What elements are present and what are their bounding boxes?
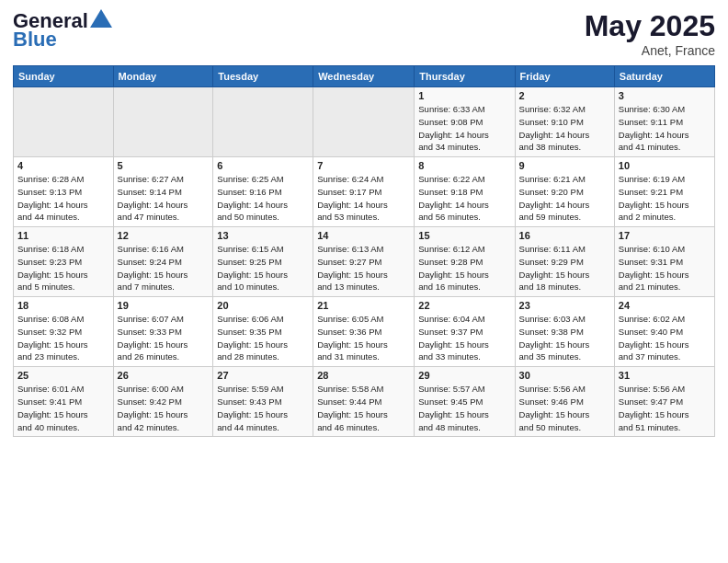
day-number: 9: [519, 160, 610, 171]
calendar-cell: [313, 87, 415, 157]
cell-info: Sunrise: 6:07 AM Sunset: 9:33 PM Dayligh…: [118, 313, 210, 363]
cell-info: Sunrise: 6:03 AM Sunset: 9:38 PM Dayligh…: [519, 313, 610, 363]
day-number: 18: [17, 300, 109, 311]
calendar-cell: 27Sunrise: 5:59 AM Sunset: 9:43 PM Dayli…: [213, 367, 313, 437]
day-number: 14: [317, 230, 410, 241]
cell-info: Sunrise: 6:10 AM Sunset: 9:31 PM Dayligh…: [619, 243, 711, 293]
calendar-cell: 24Sunrise: 6:02 AM Sunset: 9:40 PM Dayli…: [614, 297, 714, 367]
calendar-week-1: 4Sunrise: 6:28 AM Sunset: 9:13 PM Daylig…: [14, 157, 715, 227]
calendar-cell: 16Sunrise: 6:11 AM Sunset: 9:29 PM Dayli…: [515, 227, 614, 297]
header: General Blue May 2025 Anet, France: [13, 9, 715, 58]
day-number: 23: [519, 300, 610, 311]
cell-info: Sunrise: 6:12 AM Sunset: 9:28 PM Dayligh…: [418, 243, 510, 293]
day-number: 25: [17, 370, 109, 381]
day-number: 11: [17, 230, 109, 241]
cell-info: Sunrise: 6:25 AM Sunset: 9:16 PM Dayligh…: [217, 173, 309, 224]
location-subtitle: Anet, France: [585, 43, 715, 58]
cell-info: Sunrise: 6:04 AM Sunset: 9:37 PM Dayligh…: [418, 313, 510, 363]
calendar-cell: 22Sunrise: 6:04 AM Sunset: 9:37 PM Dayli…: [415, 297, 515, 367]
calendar-cell: 13Sunrise: 6:15 AM Sunset: 9:25 PM Dayli…: [213, 227, 313, 297]
day-number: 17: [619, 230, 711, 241]
calendar-week-2: 11Sunrise: 6:18 AM Sunset: 9:23 PM Dayli…: [14, 227, 715, 297]
day-number: 24: [619, 300, 711, 311]
calendar-cell: 21Sunrise: 6:05 AM Sunset: 9:36 PM Dayli…: [313, 297, 415, 367]
calendar-cell: [213, 87, 313, 157]
day-number: 3: [619, 90, 711, 101]
calendar-cell: 9Sunrise: 6:21 AM Sunset: 9:20 PM Daylig…: [515, 157, 614, 227]
day-number: 7: [317, 160, 410, 171]
col-header-sunday: Sunday: [14, 66, 114, 87]
cell-info: Sunrise: 6:02 AM Sunset: 9:40 PM Dayligh…: [619, 313, 711, 363]
day-number: 27: [217, 370, 309, 381]
calendar-cell: 1Sunrise: 6:33 AM Sunset: 9:08 PM Daylig…: [415, 87, 515, 157]
cell-info: Sunrise: 6:24 AM Sunset: 9:17 PM Dayligh…: [317, 173, 410, 224]
day-number: 15: [418, 230, 510, 241]
day-number: 2: [519, 90, 610, 101]
col-header-saturday: Saturday: [614, 66, 714, 87]
calendar-table: SundayMondayTuesdayWednesdayThursdayFrid…: [13, 65, 715, 437]
cell-info: Sunrise: 6:15 AM Sunset: 9:25 PM Dayligh…: [217, 243, 309, 293]
cell-info: Sunrise: 6:05 AM Sunset: 9:36 PM Dayligh…: [317, 313, 410, 363]
logo-arrow-icon: [90, 9, 112, 28]
calendar-cell: 4Sunrise: 6:28 AM Sunset: 9:13 PM Daylig…: [14, 157, 114, 227]
cell-info: Sunrise: 6:30 AM Sunset: 9:11 PM Dayligh…: [619, 103, 711, 154]
day-number: 26: [118, 370, 210, 381]
day-number: 19: [118, 300, 210, 311]
cell-info: Sunrise: 6:16 AM Sunset: 9:24 PM Dayligh…: [118, 243, 210, 293]
day-number: 4: [17, 160, 109, 171]
calendar-cell: 10Sunrise: 6:19 AM Sunset: 9:21 PM Dayli…: [614, 157, 714, 227]
cell-info: Sunrise: 6:28 AM Sunset: 9:13 PM Dayligh…: [17, 173, 109, 224]
day-number: 5: [118, 160, 210, 171]
day-number: 13: [217, 230, 309, 241]
day-number: 28: [317, 370, 410, 381]
cell-info: Sunrise: 5:59 AM Sunset: 9:43 PM Dayligh…: [217, 383, 309, 433]
col-header-monday: Monday: [113, 66, 213, 87]
svg-marker-0: [90, 9, 112, 28]
day-number: 16: [519, 230, 610, 241]
cell-info: Sunrise: 6:22 AM Sunset: 9:18 PM Dayligh…: [418, 173, 510, 224]
cell-info: Sunrise: 6:33 AM Sunset: 9:08 PM Dayligh…: [418, 103, 510, 154]
col-header-tuesday: Tuesday: [213, 66, 313, 87]
calendar-cell: 29Sunrise: 5:57 AM Sunset: 9:45 PM Dayli…: [415, 367, 515, 437]
calendar-cell: 19Sunrise: 6:07 AM Sunset: 9:33 PM Dayli…: [113, 297, 213, 367]
day-number: 30: [519, 370, 610, 381]
page-container: General Blue May 2025 Anet, France Sunda…: [0, 0, 728, 446]
calendar-cell: 5Sunrise: 6:27 AM Sunset: 9:14 PM Daylig…: [113, 157, 213, 227]
day-number: 10: [619, 160, 711, 171]
logo: General Blue: [13, 9, 112, 52]
day-number: 8: [418, 160, 510, 171]
calendar-week-3: 18Sunrise: 6:08 AM Sunset: 9:32 PM Dayli…: [14, 297, 715, 367]
calendar-cell: 14Sunrise: 6:13 AM Sunset: 9:27 PM Dayli…: [313, 227, 415, 297]
calendar-cell: 11Sunrise: 6:18 AM Sunset: 9:23 PM Dayli…: [14, 227, 114, 297]
calendar-cell: [14, 87, 114, 157]
calendar-cell: 28Sunrise: 5:58 AM Sunset: 9:44 PM Dayli…: [313, 367, 415, 437]
cell-info: Sunrise: 5:57 AM Sunset: 9:45 PM Dayligh…: [418, 383, 510, 433]
day-number: 29: [418, 370, 510, 381]
day-number: 31: [619, 370, 711, 381]
title-section: May 2025 Anet, France: [585, 9, 715, 58]
calendar-cell: 3Sunrise: 6:30 AM Sunset: 9:11 PM Daylig…: [614, 87, 714, 157]
calendar-cell: 25Sunrise: 6:01 AM Sunset: 9:41 PM Dayli…: [14, 367, 114, 437]
day-number: 12: [118, 230, 210, 241]
col-header-friday: Friday: [515, 66, 614, 87]
calendar-cell: 12Sunrise: 6:16 AM Sunset: 9:24 PM Dayli…: [113, 227, 213, 297]
calendar-cell: [113, 87, 213, 157]
day-number: 1: [418, 90, 510, 101]
cell-info: Sunrise: 6:19 AM Sunset: 9:21 PM Dayligh…: [619, 173, 711, 224]
cell-info: Sunrise: 6:00 AM Sunset: 9:42 PM Dayligh…: [118, 383, 210, 433]
calendar-cell: 18Sunrise: 6:08 AM Sunset: 9:32 PM Dayli…: [14, 297, 114, 367]
calendar-week-0: 1Sunrise: 6:33 AM Sunset: 9:08 PM Daylig…: [14, 87, 715, 157]
calendar-cell: 6Sunrise: 6:25 AM Sunset: 9:16 PM Daylig…: [213, 157, 313, 227]
col-header-wednesday: Wednesday: [313, 66, 415, 87]
day-number: 20: [217, 300, 309, 311]
cell-info: Sunrise: 6:18 AM Sunset: 9:23 PM Dayligh…: [17, 243, 109, 293]
cell-info: Sunrise: 6:11 AM Sunset: 9:29 PM Dayligh…: [519, 243, 610, 293]
calendar-cell: 26Sunrise: 6:00 AM Sunset: 9:42 PM Dayli…: [113, 367, 213, 437]
calendar-cell: 2Sunrise: 6:32 AM Sunset: 9:10 PM Daylig…: [515, 87, 614, 157]
cell-info: Sunrise: 6:08 AM Sunset: 9:32 PM Dayligh…: [17, 313, 109, 363]
calendar-cell: 15Sunrise: 6:12 AM Sunset: 9:28 PM Dayli…: [415, 227, 515, 297]
logo-blue: Blue: [13, 28, 57, 52]
calendar-header-row: SundayMondayTuesdayWednesdayThursdayFrid…: [14, 66, 715, 87]
month-title: May 2025: [585, 9, 715, 43]
cell-info: Sunrise: 6:21 AM Sunset: 9:20 PM Dayligh…: [519, 173, 610, 224]
